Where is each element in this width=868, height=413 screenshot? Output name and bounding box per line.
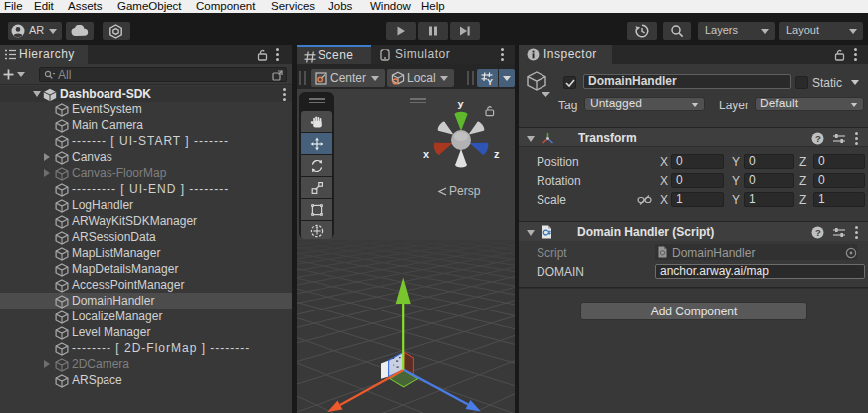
svg-text:x: x — [423, 148, 430, 160]
svg-text:Y: Y — [487, 77, 493, 85]
svg-text:z: z — [494, 148, 500, 160]
svg-text:y: y — [458, 98, 465, 109]
svg-text:?: ? — [815, 133, 821, 144]
svg-text:?: ? — [815, 227, 821, 238]
